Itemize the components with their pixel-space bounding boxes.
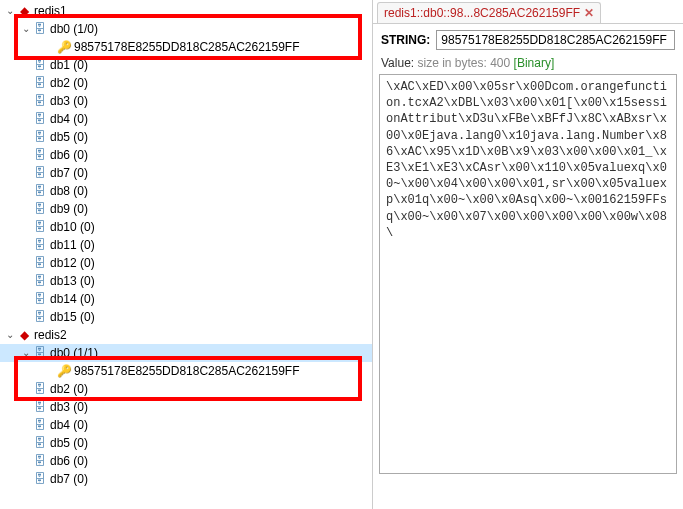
chevron-down-icon[interactable]: ⌄ (20, 20, 32, 38)
db-label: db11 (0) (48, 236, 95, 254)
database-icon: 🗄 (32, 380, 48, 398)
db-node[interactable]: 🗄db3 (0) (0, 398, 372, 416)
chevron-down-icon[interactable]: ⌄ (4, 326, 16, 344)
db-label: db7 (0) (48, 164, 88, 182)
close-icon[interactable]: ✕ (584, 6, 594, 20)
database-icon: 🗄 (32, 20, 48, 38)
db-label: db4 (0) (48, 110, 88, 128)
db-label: db5 (0) (48, 434, 88, 452)
db-node[interactable]: 🗄db6 (0) (0, 452, 372, 470)
database-icon: 🗄 (32, 218, 48, 236)
type-label: STRING: (381, 33, 430, 47)
database-icon: 🗄 (32, 272, 48, 290)
key-label: 98575178E8255DD818C285AC262159FF (72, 362, 300, 380)
binary-tag: [Binary] (514, 56, 555, 70)
db-label: db14 (0) (48, 290, 95, 308)
database-icon: 🗄 (32, 434, 48, 452)
key-icon: 🔑 (56, 38, 72, 56)
db-label: db0 (1/0) (48, 20, 98, 38)
db-node[interactable]: 🗄db3 (0) (0, 92, 372, 110)
db-node[interactable]: 🗄db6 (0) (0, 146, 372, 164)
database-icon: 🗄 (32, 164, 48, 182)
value-meta: Value: size in bytes: 400 [Binary] (373, 56, 683, 74)
db-label: db7 (0) (48, 470, 88, 488)
db-label: db6 (0) (48, 146, 88, 164)
db-node[interactable]: 🗄db13 (0) (0, 272, 372, 290)
tab-key[interactable]: redis1::db0::98...8C285AC262159FF ✕ (377, 2, 601, 23)
database-icon: 🗄 (32, 416, 48, 434)
database-icon: 🗄 (32, 110, 48, 128)
key-row: STRING: (373, 24, 683, 56)
size-hint: size in bytes: 400 (417, 56, 510, 70)
server-label: redis1 (32, 2, 67, 20)
db-label: db12 (0) (48, 254, 95, 272)
db-node[interactable]: 🗄db4 (0) (0, 110, 372, 128)
db-label: db3 (0) (48, 92, 88, 110)
database-icon: 🗄 (32, 254, 48, 272)
key-input[interactable] (436, 30, 675, 50)
db-label: db3 (0) (48, 398, 88, 416)
db-label: db2 (0) (48, 380, 88, 398)
database-icon: 🗄 (32, 182, 48, 200)
server-node[interactable]: ⌄◆redis2 (0, 326, 372, 344)
chevron-down-icon[interactable]: ⌄ (4, 2, 16, 20)
database-icon: 🗄 (32, 200, 48, 218)
value-hex[interactable]: \xAC\xED\x00\x05sr\x00Dcom.orangefunctio… (379, 74, 677, 474)
tab-title: redis1::db0::98...8C285AC262159FF (384, 6, 580, 20)
db-label: db13 (0) (48, 272, 95, 290)
database-icon: 🗄 (32, 344, 48, 362)
server-label: redis2 (32, 326, 67, 344)
db-label: db1 (0) (48, 56, 88, 74)
server-icon: ◆ (16, 326, 32, 344)
db-node[interactable]: 🗄db2 (0) (0, 380, 372, 398)
db-node[interactable]: 🗄db8 (0) (0, 182, 372, 200)
db-node[interactable]: 🗄db10 (0) (0, 218, 372, 236)
database-icon: 🗄 (32, 236, 48, 254)
database-icon: 🗄 (32, 290, 48, 308)
chevron-down-icon[interactable]: ⌄ (20, 344, 32, 362)
connection-tree[interactable]: ⌄◆redis1⌄🗄db0 (1/0)🔑98575178E8255DD818C2… (0, 0, 373, 509)
database-icon: 🗄 (32, 398, 48, 416)
key-label: 98575178E8255DD818C285AC262159FF (72, 38, 300, 56)
db-node[interactable]: 🗄db11 (0) (0, 236, 372, 254)
db-label: db15 (0) (48, 308, 95, 326)
db-label: db0 (1/1) (48, 344, 98, 362)
db-node[interactable]: 🗄db4 (0) (0, 416, 372, 434)
server-node[interactable]: ⌄◆redis1 (0, 2, 372, 20)
db-node[interactable]: 🗄db14 (0) (0, 290, 372, 308)
db-node[interactable]: 🗄db1 (0) (0, 56, 372, 74)
db-node[interactable]: 🗄db7 (0) (0, 164, 372, 182)
database-icon: 🗄 (32, 470, 48, 488)
db-node[interactable]: 🗄db15 (0) (0, 308, 372, 326)
database-icon: 🗄 (32, 452, 48, 470)
db-node[interactable]: 🗄db9 (0) (0, 200, 372, 218)
db-node[interactable]: ⌄🗄db0 (1/0) (0, 20, 372, 38)
key-icon: 🔑 (56, 362, 72, 380)
db-label: db9 (0) (48, 200, 88, 218)
database-icon: 🗄 (32, 92, 48, 110)
database-icon: 🗄 (32, 308, 48, 326)
detail-pane: redis1::db0::98...8C285AC262159FF ✕ STRI… (373, 0, 683, 509)
tab-strip: redis1::db0::98...8C285AC262159FF ✕ (373, 0, 683, 24)
db-node[interactable]: 🗄db5 (0) (0, 434, 372, 452)
db-node[interactable]: 🗄db12 (0) (0, 254, 372, 272)
db-label: db6 (0) (48, 452, 88, 470)
value-label: Value: (381, 56, 414, 70)
database-icon: 🗄 (32, 56, 48, 74)
key-node[interactable]: 🔑98575178E8255DD818C285AC262159FF (0, 362, 372, 380)
db-label: db5 (0) (48, 128, 88, 146)
db-node[interactable]: ⌄🗄db0 (1/1) (0, 344, 372, 362)
db-label: db8 (0) (48, 182, 88, 200)
db-label: db2 (0) (48, 74, 88, 92)
server-icon: ◆ (16, 2, 32, 20)
database-icon: 🗄 (32, 146, 48, 164)
db-node[interactable]: 🗄db5 (0) (0, 128, 372, 146)
db-node[interactable]: 🗄db7 (0) (0, 470, 372, 488)
database-icon: 🗄 (32, 74, 48, 92)
db-label: db10 (0) (48, 218, 95, 236)
key-node[interactable]: 🔑98575178E8255DD818C285AC262159FF (0, 38, 372, 56)
db-label: db4 (0) (48, 416, 88, 434)
database-icon: 🗄 (32, 128, 48, 146)
db-node[interactable]: 🗄db2 (0) (0, 74, 372, 92)
